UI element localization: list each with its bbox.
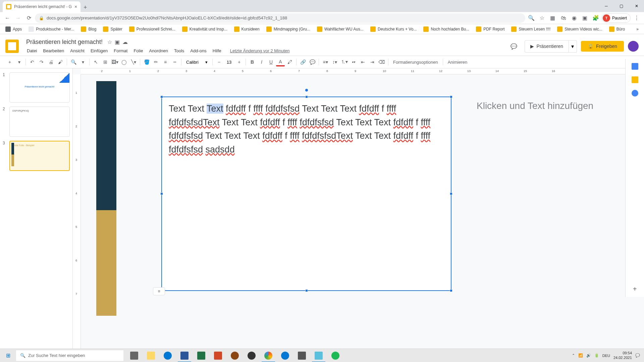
powerpoint-icon[interactable] <box>210 349 226 362</box>
bookmark-item[interactable]: Mindmapping (Gru... <box>264 25 313 33</box>
close-tab-icon[interactable]: × <box>74 4 77 9</box>
language-indicator[interactable]: DEU <box>602 354 610 358</box>
bookmark-item[interactable]: Kursideen <box>231 25 262 33</box>
star-icon[interactable]: ☆ <box>537 13 547 23</box>
bookmark-item[interactable]: Produktsuche - Mer... <box>26 25 77 33</box>
spotify-icon[interactable] <box>327 349 343 362</box>
edge-icon-2[interactable] <box>277 349 293 362</box>
slide-thumbnail-3[interactable]: Erste Folie - Beispiel <box>9 141 70 171</box>
vertical-ruler[interactable]: 1234567 <box>73 74 81 352</box>
textbox-tool[interactable]: ⊞ <box>101 58 110 66</box>
new-slide-dropdown[interactable]: ▾ <box>15 58 23 66</box>
wifi-icon[interactable]: 📶 <box>578 353 583 358</box>
image-tool[interactable]: 🖼▾ <box>110 58 119 66</box>
numbered-list-button[interactable]: ⒈▾ <box>340 58 348 66</box>
format-options-button[interactable]: Formatierungsoptionen <box>390 60 441 65</box>
menu-icon[interactable]: ⋮ <box>632 13 641 23</box>
bookmark-overflow[interactable]: » <box>634 25 641 33</box>
menu-arrange[interactable]: Anordnen <box>147 47 171 55</box>
undo-button[interactable]: ↶ <box>28 58 37 66</box>
incognito-icon[interactable]: ◉ <box>570 13 579 23</box>
present-dropdown[interactable]: ▾ <box>569 40 577 53</box>
new-tab-button[interactable]: + <box>80 3 90 12</box>
underline-button[interactable]: U <box>267 58 275 66</box>
horizontal-ruler[interactable]: 212345678910111213141516 <box>81 68 644 74</box>
menu-slide[interactable]: Folie <box>131 47 146 55</box>
notepad-icon[interactable] <box>311 349 327 362</box>
menu-file[interactable]: Datei <box>24 47 40 55</box>
resize-handle[interactable] <box>450 192 452 195</box>
excel-icon[interactable] <box>193 349 209 362</box>
font-family-select[interactable]: Calibri▾ <box>183 58 210 66</box>
task-view-icon[interactable] <box>126 349 142 362</box>
text-content[interactable]: Text Text Text fdfdff f ffff fdfdfsfsd T… <box>162 97 451 161</box>
text-color-button[interactable]: A <box>276 58 285 66</box>
resize-handle[interactable] <box>305 96 308 98</box>
paint-format-button[interactable]: 🖌 <box>56 58 65 66</box>
volume-icon[interactable]: 🔊 <box>586 353 591 358</box>
bookmark-item[interactable]: Kreativität und Insp... <box>179 25 230 33</box>
placeholder-text-box[interactable]: Klicken und Text hinzufügen <box>477 101 593 111</box>
document-title[interactable]: Präsentieren leicht gemacht! <box>24 38 105 46</box>
add-addon-icon[interactable]: + <box>633 285 637 293</box>
resize-handle[interactable] <box>450 96 452 98</box>
resize-handle[interactable] <box>160 192 163 195</box>
menu-tools[interactable]: Tools <box>171 47 187 55</box>
cloud-status-icon[interactable]: ☁ <box>122 39 128 45</box>
bookmark-item[interactable]: PDF Report <box>473 25 507 33</box>
print-button[interactable]: 🖨 <box>47 58 55 66</box>
reload-button[interactable]: ⟳ <box>24 13 34 23</box>
slide-thumbnail-1[interactable]: Präsentieren leicht gemacht! <box>9 72 70 103</box>
tasks-icon[interactable] <box>632 90 638 97</box>
align-button[interactable]: ≡▾ <box>321 58 330 66</box>
border-dash-button[interactable]: ┅ <box>170 58 179 66</box>
bookmark-item[interactable]: Blog <box>78 25 99 33</box>
share-button[interactable]: 🔒 Freigeben <box>581 41 624 52</box>
shape-tool[interactable]: ◯ <box>120 58 128 66</box>
bookmark-item[interactable]: Deutsche Kurs + Vo... <box>368 25 419 33</box>
new-slide-button[interactable]: + <box>5 58 14 66</box>
line-spacing-button[interactable]: ↕▾ <box>330 58 339 66</box>
maximize-button[interactable]: ▢ <box>614 0 629 12</box>
extension-icon-2[interactable]: ▣ <box>580 13 590 23</box>
back-button[interactable]: ← <box>3 13 12 23</box>
bookmark-item[interactable]: Wahlfächer WU Aus... <box>314 25 366 33</box>
border-color-button[interactable]: ✏ <box>152 58 160 66</box>
italic-button[interactable]: I <box>257 58 266 66</box>
fill-color-button[interactable]: 🪣 <box>142 58 151 66</box>
menu-format[interactable]: Format <box>111 47 130 55</box>
snap-indicator[interactable]: ≡ <box>153 287 165 295</box>
font-size-decrease[interactable]: − <box>215 58 223 66</box>
slides-logo-icon[interactable] <box>5 40 19 53</box>
menu-help[interactable]: Hilfe <box>210 47 224 55</box>
indent-increase-button[interactable]: ⇥ <box>368 58 377 66</box>
zoom-icon[interactable]: 🔍 <box>527 13 536 23</box>
bookmark-item[interactable]: Professionell Schrei... <box>126 25 178 33</box>
font-size-input[interactable]: 13 <box>224 60 234 65</box>
file-explorer-icon[interactable] <box>143 349 159 362</box>
animate-button[interactable]: Animieren <box>445 60 470 65</box>
extension-icon[interactable]: 🛍 <box>559 13 568 23</box>
link-button[interactable]: 🔗 <box>299 58 307 66</box>
redo-button[interactable]: ↷ <box>37 58 46 66</box>
obs-icon[interactable] <box>244 349 260 362</box>
close-window-button[interactable]: ✕ <box>629 0 644 12</box>
border-weight-button[interactable]: ≡ <box>161 58 170 66</box>
bookmark-item[interactable]: Büro <box>606 25 628 33</box>
bookmark-item[interactable]: Steuern Lesen !!!! <box>508 25 553 33</box>
browser-tab[interactable]: Präsentieren leicht gemacht! - G × <box>3 1 80 12</box>
qr-icon[interactable]: ▦ <box>548 13 557 23</box>
indent-decrease-button[interactable]: ⇤ <box>359 58 367 66</box>
font-size-increase[interactable]: + <box>235 58 244 66</box>
profile-button[interactable]: T Pausiert <box>602 13 631 23</box>
menu-addons[interactable]: Add-ons <box>187 47 209 55</box>
bullet-list-button[interactable]: ⦁▾ <box>349 58 358 66</box>
menu-edit[interactable]: Bearbeiten <box>40 47 67 55</box>
chrome-icon[interactable] <box>260 349 276 362</box>
start-button[interactable]: ⊞ <box>0 349 16 362</box>
resize-handle[interactable] <box>450 289 452 292</box>
extensions-icon[interactable]: 🧩 <box>591 13 600 23</box>
app-icon[interactable] <box>227 349 243 362</box>
highlight-button[interactable]: 🖍 <box>285 58 294 66</box>
tray-chevron-icon[interactable]: ⌃ <box>572 353 575 358</box>
